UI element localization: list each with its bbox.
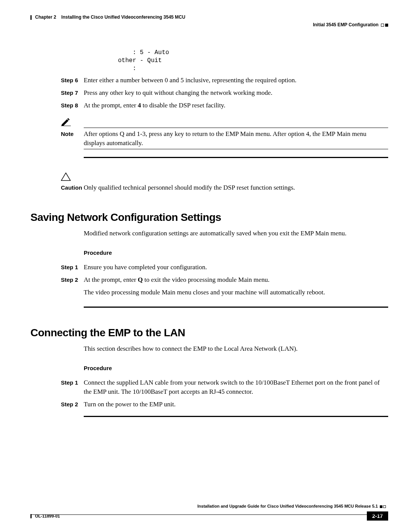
- step-label: Step 7: [61, 88, 84, 97]
- step-label: Step 2: [61, 400, 84, 408]
- step-row: Step 1 Connect the supplied LAN cable fr…: [30, 378, 388, 396]
- section-name: Initial 3545 EMP Configuration: [313, 22, 378, 27]
- page-footer: Installation and Upgrade Guide for Cisco…: [30, 510, 388, 521]
- step-row: Step 2 Turn on the power to the EMP unit…: [30, 400, 388, 409]
- step-text: At the prompt, enter Q to exit the video…: [84, 275, 388, 284]
- section-divider: [84, 307, 388, 308]
- footer-doc-title: Installation and Upgrade Guide for Cisco…: [198, 504, 378, 508]
- step-label: Step 8: [61, 101, 84, 109]
- procedure-heading: Procedure: [84, 365, 388, 371]
- step-row: Step 8 At the prompt, enter 4 to disable…: [30, 101, 388, 110]
- step-label: Step 1: [61, 378, 84, 387]
- note-pencil-icon: [61, 118, 71, 126]
- step-row: Step 1 Ensure you have completed your co…: [30, 263, 388, 272]
- caution-warning-icon: [61, 176, 71, 182]
- step-label: Step 2: [61, 275, 84, 284]
- caution-block: Caution Only qualified technical personn…: [30, 173, 388, 192]
- chapter-title: Installing the Cisco Unified Videoconfer…: [61, 14, 185, 20]
- section-divider: [84, 157, 388, 158]
- step-text: Turn on the power to the EMP unit.: [84, 400, 388, 409]
- caution-label: Caution: [61, 183, 84, 192]
- note-block: Note After options Q and 1-3, press any …: [30, 118, 388, 150]
- body-text: The video processing module Main menu cl…: [84, 288, 388, 297]
- step-label: Step 1: [61, 263, 84, 271]
- section-heading: Saving Network Configuration Settings: [30, 211, 388, 224]
- note-text: After options Q and 1-3, press any key t…: [84, 129, 388, 148]
- step-row: Step 6 Enter either a number between 0 a…: [30, 76, 388, 85]
- step-text: Enter either a number between 0 and 5 in…: [84, 76, 388, 85]
- body-text: Modified network configuration settings …: [84, 229, 388, 238]
- running-header-right: Initial 3545 EMP Configuration: [313, 22, 388, 27]
- step-text: At the prompt, enter 4 to disable the DS…: [84, 101, 388, 110]
- section-divider: [84, 416, 388, 417]
- step-text: Ensure you have completed your configura…: [84, 263, 388, 272]
- chapter-label: Chapter 2: [35, 14, 56, 20]
- body-text: This section describes how to connect th…: [84, 344, 388, 353]
- running-header-left: Chapter 2 Installing the Cisco Unified V…: [30, 14, 185, 20]
- step-label: Step 6: [61, 76, 84, 84]
- step-text: Press any other key to quit without chan…: [84, 88, 388, 97]
- page-number: 2-17: [367, 511, 388, 521]
- step-text: Connect the supplied LAN cable from your…: [84, 378, 388, 396]
- code-block: : 5 - Auto other - Quit :: [118, 49, 388, 72]
- caution-text: Only qualified technical personnel shoul…: [84, 183, 388, 192]
- step-row: Step 2 At the prompt, enter Q to exit th…: [30, 275, 388, 284]
- procedure-heading: Procedure: [84, 249, 388, 256]
- note-label: Note: [61, 129, 84, 138]
- section-heading: Connecting the EMP to the LAN: [30, 327, 388, 339]
- step-row: Step 7 Press any other key to quit witho…: [30, 88, 388, 97]
